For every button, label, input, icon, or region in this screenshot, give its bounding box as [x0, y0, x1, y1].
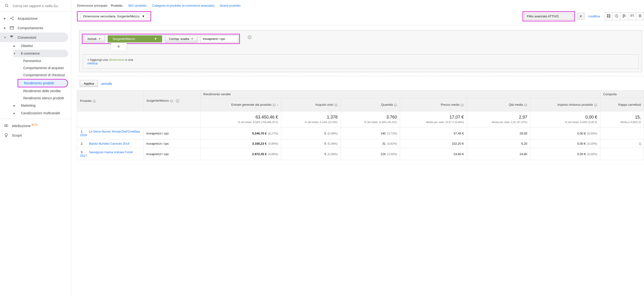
primary-dimension-row: Dimensione principale: Prodotto SKU prod… [77, 0, 644, 9]
cell-revenue: 5.246,70 €(8,27%) [200, 127, 281, 139]
nav-label: Comportamento di checkout [23, 73, 65, 77]
nav-label: AttribuzioneBETA [12, 124, 38, 128]
sidebar-item-sales-performance[interactable]: Rendimento delle vendite [18, 87, 71, 95]
chevron-down-icon: ▼ [154, 37, 157, 41]
help-icon[interactable]: ? [460, 103, 464, 107]
cell-price: 37,48 € [400, 127, 467, 139]
col-source[interactable]: Sorgente/Mezzo?✕ [144, 91, 200, 111]
svg-rect-11 [607, 14, 608, 16]
product-link[interactable]: Le Serre Nuove Tenuta Dell'Ornellaia 201… [80, 130, 140, 137]
sidebar-item-attribution[interactable]: AttribuzioneBETA [0, 121, 71, 130]
col-avg-price[interactable]: Prezzo medio? [400, 98, 467, 111]
sidebar-item-ecommerce[interactable]: ▼ E-commerce [13, 50, 68, 57]
view-table-icon[interactable] [605, 13, 613, 20]
help-icon[interactable]: ? [334, 103, 338, 107]
remove-filter-icon[interactable]: ✕ [248, 35, 252, 40]
cancel-link[interactable]: annulla [101, 82, 112, 86]
dim-product[interactable]: Prodotto [111, 4, 122, 7]
cell-revenue: 2.972,35 €(4,68%) [200, 148, 281, 160]
filter-dimension-label: Sorgente/Mezzo [113, 37, 135, 41]
help-icon[interactable]: ? [170, 99, 173, 103]
sidebar-item-acquisition[interactable]: ▶ Acquisizione [0, 14, 71, 23]
ecommerce-subnav: Panoramica Comportamento di acquisto Com… [0, 57, 71, 102]
filter-match-button[interactable]: Corrisp. esatta ▼ [165, 35, 198, 42]
help-icon[interactable]: ? [394, 103, 397, 107]
help-icon[interactable]: ? [524, 103, 527, 107]
nav-label: Panoramica [23, 59, 41, 63]
summary-avg-price: 17,07 €Media per vista: 15,67 € (8,94%) [400, 111, 467, 127]
table-row: 2.Barolo Burlotto Cannubi 2014 trovaprez… [77, 139, 644, 148]
dim-sku[interactable]: SKU prodotto [128, 4, 147, 7]
svg-rect-12 [609, 14, 610, 16]
add-filter-prompt[interactable]: + Aggiungi una dimensione o una metrica [83, 54, 638, 69]
search-input[interactable] [12, 4, 66, 8]
cell-source: trovaprezzi / cpc [144, 139, 200, 148]
remove-column-icon[interactable]: ✕ [176, 99, 180, 103]
help-icon[interactable]: ? [272, 103, 276, 107]
svg-point-3 [12, 17, 14, 18]
col-revenue[interactable]: Entrate generate dal prodotto?↓ [200, 98, 281, 111]
sidebar-item-conversions[interactable]: ▼ Conversioni [0, 33, 68, 42]
cell-source: trovaprezzi / cpc [144, 148, 200, 160]
summary-ratio: 15,Media p 9,60% (6 [600, 111, 644, 127]
filter-match-label: Corrisp. esatta [169, 37, 189, 41]
cell-product: 1.Le Serre Nuove Tenuta Dell'Ornellaia 2… [77, 127, 144, 139]
chevron-right-icon: ▶ [13, 112, 16, 114]
advanced-filter-button[interactable]: Filtro avanzato ATTIVO [522, 11, 575, 21]
nav-label: Rendimento prodotti [24, 81, 54, 85]
filter-builder: Includi ▼ Sorgente/Mezzo ▼ Corrisp. esat… [79, 30, 642, 72]
view-pivot-icon[interactable] [636, 13, 644, 20]
view-pie-icon[interactable] [613, 13, 620, 20]
sidebar-item-shopping-behavior[interactable]: Comportamento di acquisto [18, 64, 71, 72]
sidebar-item-behavior[interactable]: ▶ Comportamento [0, 23, 71, 33]
col-quantity[interactable]: Quantità? [340, 98, 400, 111]
filter-include-button[interactable]: Includi ▼ [84, 35, 105, 42]
product-link[interactable]: Barolo Burlotto Cannubi 2014 [89, 142, 130, 145]
cell-qty: 31(0,82%) [340, 139, 400, 148]
col-ratio[interactable]: Rappo carrello/d [600, 98, 644, 111]
secondary-dimension-label: Dimensione secondaria: Sorgente/Mezzo [83, 15, 140, 18]
sidebar-item-checkout-behavior[interactable]: Comportamento di checkout [18, 72, 71, 79]
conversions-subnav-2: ▶ Marketing ▶ Canalizzazioni multicanale [0, 102, 71, 117]
summary-purchases: 1.378% del totale: 6,14% (22.435) [281, 111, 340, 127]
dim-brand[interactable]: Brand prodotto [220, 4, 240, 7]
cell-source: trovaprezzi / cpc [144, 127, 200, 139]
col-avg-qty[interactable]: Qtà media? [467, 98, 530, 111]
filter-value-input[interactable] [200, 35, 238, 42]
view-bars-icon[interactable] [620, 13, 628, 20]
table-row: 3.Sauvignon Inama Vulcaia Fume' 2017 tro… [77, 148, 644, 160]
col-refund[interactable]: Importo rimborso prodotto? [530, 98, 600, 111]
edit-link[interactable]: modifica [588, 15, 600, 18]
col-purchases[interactable]: Acquisti unici? [281, 98, 340, 111]
secondary-dimension-button[interactable]: Dimensione secondaria: Sorgente/Mezzo ▼ [77, 11, 151, 21]
chevron-right-icon: ▶ [13, 45, 16, 47]
svg-rect-18 [623, 17, 624, 18]
apply-button[interactable]: Applica [80, 80, 98, 87]
sidebar: ▶ Acquisizione ▶ Comportamento ▼ Convers… [0, 0, 71, 160]
sidebar-item-overview[interactable]: Panoramica [18, 57, 71, 64]
filter-and-tab[interactable]: e [110, 43, 127, 50]
toolbar-row: Dimensione secondaria: Sorgente/Mezzo ▼ … [77, 9, 644, 26]
chevron-right-icon: ▶ [13, 104, 16, 107]
help-icon[interactable]: ? [594, 103, 597, 107]
nav-label: Scopri [12, 133, 22, 137]
sidebar-item-multichannel[interactable]: ▶ Canalizzazioni multicanale [13, 109, 71, 117]
close-filter-button[interactable]: ✕ [577, 13, 585, 20]
product-link[interactable]: Sauvignon Inama Vulcaia Fume' 2017 [80, 150, 133, 157]
sidebar-item-discover[interactable]: Scopri [0, 130, 71, 140]
sidebar-item-marketing[interactable]: ▶ Marketing [13, 102, 71, 109]
cell-product: 2.Barolo Burlotto Cannubi 2014 [77, 139, 144, 148]
col-product[interactable]: Prodotto? [77, 91, 144, 111]
svg-rect-13 [607, 16, 608, 18]
filter-dimension-pill[interactable]: Sorgente/Mezzo ▼ [108, 35, 162, 42]
sidebar-item-product-list-performance[interactable]: Rendimento elenco prodotti [18, 95, 71, 102]
cell-product: 3.Sauvignon Inama Vulcaia Fume' 2017 [77, 148, 144, 160]
view-comparison-icon[interactable] [628, 13, 636, 20]
sidebar-item-objectives[interactable]: ▶ Obiettivi [13, 42, 71, 50]
sidebar-item-product-performance[interactable]: Rendimento prodotti [18, 79, 68, 87]
help-icon[interactable]: ? [92, 100, 96, 103]
cell-qty: 140(3,72%) [340, 127, 400, 139]
nav-label: Conversioni [18, 35, 36, 40]
add-filter-prefix: + Aggiungi una [87, 58, 109, 62]
dim-category[interactable]: Categoria di prodotto (e-commerce avanza… [152, 4, 214, 7]
